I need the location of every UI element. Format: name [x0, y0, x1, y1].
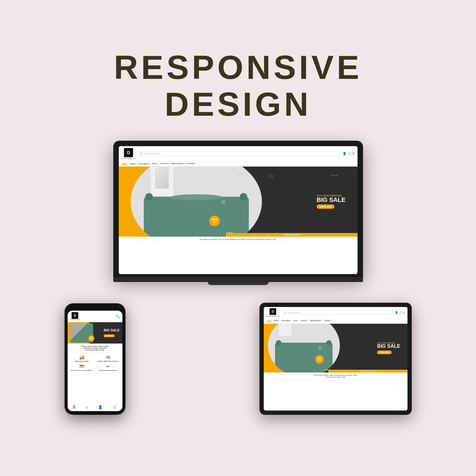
- tablet-wall-art: [279, 324, 291, 336]
- tablet-screen: D DODGERBLUE 🔍 Search products... 👤 🛒 0: [264, 307, 407, 411]
- tablet-sofa-arm-right: [326, 340, 332, 346]
- phone-features: 🚚 WORLDWIDE SHIPPING 🛍 ORIGINAL HANDPICK…: [68, 353, 122, 373]
- deco-squares: ⠿ ⠿: [238, 174, 242, 176]
- tablet-dot-1[interactable]: [324, 369, 326, 371]
- banner-zigzag: ∿∿∿: [331, 174, 338, 177]
- shipping-icon: 🚚: [79, 355, 84, 360]
- tablet-order-btn[interactable]: ORDER NOW: [377, 351, 392, 354]
- banner-dot-2[interactable]: [228, 232, 230, 234]
- tablet-dot-3[interactable]: [329, 369, 330, 371]
- laptop-screen: D DODGERBLUE 🔍 Search products... 👤 🛒 0: [119, 146, 358, 274]
- phone-bottom-nav: ☰ ⌂ 👤 🛒: [68, 403, 122, 411]
- phone-screen: D DODGERBLUE 🔍 65%OFF BIG: [68, 311, 122, 411]
- nav-shop[interactable]: SHOP ▾: [130, 163, 136, 165]
- feature-shipping-label: WORLDWIDE SHIPPING: [75, 361, 89, 362]
- phone-banner-order[interactable]: ORDER NOW: [104, 334, 115, 337]
- phone-device: D DODGERBLUE 🔍 65%OFF BIG: [65, 303, 125, 415]
- tablet-sofa: [275, 343, 333, 372]
- laptop-banner: 65% OFF EXCLUSIVE FURNITURE BIG SALE ORD…: [119, 167, 358, 237]
- tablet-nav: HOME SHOP ▾ FEATURES ▾ BLOG CONTACT NEW …: [264, 319, 407, 324]
- banner-prev-btn[interactable]: ‹: [221, 199, 226, 204]
- nav-features[interactable]: FEATURES ▾: [139, 163, 150, 165]
- banner-dot-1[interactable]: [226, 232, 227, 234]
- sofa-arm-right: [240, 193, 247, 201]
- feature-handpicked-label: ORIGINAL HANDPICKED PRODUCTS: [97, 361, 119, 362]
- phone-banner: 65%OFF BIG SALE ORDER NOW: [68, 322, 122, 344]
- feature-refund-label: EASY REFUND AND RETURNS: [99, 370, 117, 371]
- banner-big-sale-text: BIG SALE: [317, 197, 345, 203]
- tablet-dot-2[interactable]: [326, 369, 328, 371]
- phone-notch: [86, 307, 104, 309]
- tablet-prev-btn[interactable]: ‹: [318, 346, 322, 350]
- tablet-banner-content: EXCLUSIVE FURNITURE BIG SALE ORDER NOW: [377, 342, 400, 354]
- sofa-arm-left: [145, 193, 153, 201]
- tablet-nav-shop[interactable]: SHOP ▾: [274, 320, 279, 322]
- banner-order-btn[interactable]: ORDER NOW: [317, 205, 334, 209]
- phone-feature-shipping: 🚚 WORLDWIDE SHIPPING: [69, 355, 94, 362]
- tablet-limited: LIMITED COLLECTION: [328, 370, 407, 372]
- phone-feature-checkout: 💳 SECURE CHECKOUT AND PAYMENT: [69, 364, 94, 371]
- sofa-body: [144, 197, 249, 237]
- laptop-stand: [208, 282, 269, 285]
- laptop-nav: HOME SHOP ▾ FEATURES ▾ BLOG CONTACT NEW …: [119, 161, 358, 167]
- tablet-nav-offers[interactable]: OFFERS: [324, 320, 330, 322]
- phone-header: D DODGERBLUE 🔍: [68, 311, 122, 322]
- laptop-search-bar[interactable]: 🔍 Search products...: [138, 151, 340, 156]
- phone-subtext: We care your comfort, shop on hugecollec…: [68, 344, 122, 353]
- laptop-base: [113, 277, 363, 282]
- phone-feature-handpicked: 🛍 ORIGINAL HANDPICKED PRODUCTS: [96, 355, 121, 362]
- nav-home[interactable]: HOME: [122, 163, 127, 165]
- banner-deco-dots: [269, 175, 274, 178]
- phone-banner-text: BIG SALE ORDER NOW: [104, 328, 120, 337]
- phone-logo: D: [72, 312, 78, 319]
- user-icon[interactable]: 👤: [343, 152, 346, 155]
- phone-logo-text: DODGERBLUE: [70, 319, 80, 320]
- tablet-cart-icon[interactable]: 🛒 0: [400, 311, 405, 314]
- banner-limited: LIMITED COLLECTION: [226, 233, 357, 237]
- tablet-logo-text: DODGERBLUE: [266, 316, 280, 317]
- tablet-nav-blog[interactable]: BLOG: [294, 320, 298, 322]
- wall-art-inner: [155, 167, 169, 189]
- laptop-logo-text: DODGERBLUE: [122, 158, 136, 159]
- tablet-banner-circle: [268, 324, 340, 372]
- wall-art: [150, 167, 174, 197]
- sofa-back: [170, 194, 222, 200]
- nav-user-icon[interactable]: 👤: [98, 405, 103, 409]
- tablet-search-bar[interactable]: 🔍 Search products...: [282, 310, 393, 315]
- tablet-logo-box: D: [270, 308, 276, 315]
- nav-cart-icon[interactable]: 🛒: [113, 405, 117, 409]
- nav-contact[interactable]: CONTACT: [160, 163, 169, 165]
- banner-dot-3[interactable]: [231, 232, 232, 234]
- tablet-subtext: We care your comfort, shop on huge colle…: [264, 372, 407, 380]
- tablet-banner: 65% OFF EXCLUSIVE FURNITURE BIG SALE ORD…: [264, 324, 407, 372]
- devices-container: D DODGERBLUE 🔍 Search products... 👤 🛒 0: [55, 141, 421, 415]
- nav-blog[interactable]: BLOG: [152, 163, 157, 165]
- nav-offers[interactable]: OFFERS: [188, 163, 195, 165]
- nav-home-icon[interactable]: ⌂: [86, 405, 88, 409]
- tablet-outer: D DODGERBLUE 🔍 Search products... 👤 🛒 0: [259, 303, 412, 415]
- tablet-nav-new-arrivals[interactable]: NEW ARRIVALS: [310, 320, 322, 322]
- banner-discount: 65% OFF: [209, 216, 220, 226]
- laptop-header-icons: 👤 🛒 0: [343, 152, 354, 155]
- phone-search-icon[interactable]: 🔍: [115, 314, 120, 319]
- tablet-banner-dots: [324, 369, 330, 371]
- nav-menu-icon[interactable]: ☰: [72, 405, 76, 409]
- phone-discount: 65%OFF: [88, 335, 94, 341]
- cart-icon[interactable]: 🛒 0: [348, 152, 354, 155]
- banner-dots: [226, 232, 232, 234]
- laptop-outer: D DODGERBLUE 🔍 Search products... 👤 🛒 0: [113, 141, 363, 277]
- page-title: RESPONSIVE DESIGN: [114, 49, 362, 122]
- tablet-nav-home[interactable]: HOME: [267, 320, 271, 322]
- tablet-header-icons: 👤 🛒 0: [395, 311, 405, 314]
- nav-new-arrivals[interactable]: NEW ARRIVALS: [171, 163, 185, 165]
- handpicked-icon: 🛍: [106, 355, 110, 360]
- laptop-logo-box: D: [124, 148, 133, 157]
- tablet-nav-contact[interactable]: CONTACT: [300, 320, 308, 322]
- phone-feature-refund: ↩ EASY REFUND AND RETURNS: [96, 364, 121, 371]
- tablet-user-icon[interactable]: 👤: [395, 311, 398, 314]
- tablet-nav-features[interactable]: FEATURES ▾: [282, 320, 291, 322]
- tablet-sofa-arm-left: [276, 340, 281, 346]
- laptop-subtext: We care your comfort, shop on huge colle…: [119, 237, 358, 242]
- tablet-search-icon: 🔍: [284, 312, 287, 314]
- refund-icon: ↩: [106, 364, 110, 369]
